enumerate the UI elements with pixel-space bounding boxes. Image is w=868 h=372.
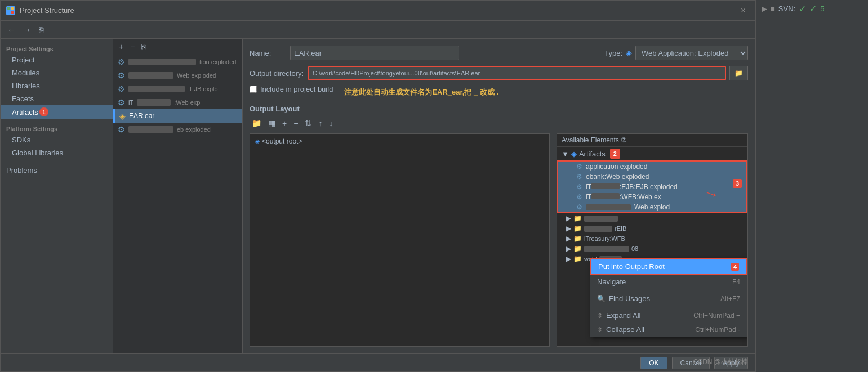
output-dir-row: Output directory: 📁	[250, 66, 748, 80]
badge-3: 3	[733, 179, 742, 188]
svn-check-icon2: ✓	[809, 3, 817, 14]
copy-button[interactable]: ⎘	[37, 24, 46, 35]
include-checkbox[interactable]	[250, 86, 257, 93]
artifact-item-3[interactable]: ⚙ iT :Web exp	[113, 96, 242, 109]
stop-icon: ■	[771, 5, 775, 13]
context-menu-collapse-all[interactable]: ⇕ Collapse All Ctrl+NumPad -	[590, 322, 747, 337]
layout-grid-btn[interactable]: ▦	[266, 118, 278, 129]
back-button[interactable]: ←	[5, 24, 17, 35]
artifact-item-1[interactable]: ⚙ Web exploded	[113, 69, 242, 82]
context-menu-expand-all[interactable]: ⇕ Expand All Ctrl+NumPad +	[590, 308, 747, 322]
artifact-item-2[interactable]: ⚙ .EJB explo	[113, 82, 242, 96]
artifact-icon-5: ⚙	[118, 125, 125, 134]
item-icon-3: ⚙	[576, 193, 582, 201]
folder-icon-1: 📁	[573, 225, 582, 232]
item-icon-2: ⚙	[576, 183, 582, 191]
artifact-icon-0: ⚙	[118, 57, 125, 66]
search-icon: 🔍	[597, 295, 606, 303]
ear-artifact-label: EAR.ear	[129, 112, 154, 120]
available-item-0[interactable]: ⚙ application exploded	[558, 162, 746, 172]
context-menu-navigate[interactable]: Navigate F4	[590, 275, 747, 289]
artifact-copy-button[interactable]: ⎘	[139, 41, 148, 52]
artifact-item-0[interactable]: ⚙ tion exploded	[113, 55, 242, 69]
artifact-icon-2: ⚙	[118, 84, 125, 93]
layout-content: ◈ <output root> Available Elements ② ▼ ◈…	[250, 133, 748, 347]
sidebar-item-global-libraries[interactable]: Global Libraries	[1, 146, 113, 159]
item-icon-4: ⚙	[576, 203, 582, 211]
chevron-icon-4: ▶	[566, 255, 571, 263]
artifacts-badge: 1	[39, 107, 48, 116]
artifact-add-button[interactable]: +	[117, 41, 126, 52]
play-icon: ▶	[762, 5, 767, 13]
other-section-1[interactable]: ▶ 📁 rEIB	[557, 223, 747, 234]
sidebar-item-modules[interactable]: Modules	[1, 66, 113, 79]
type-container: Type: ◈ Web Application: Exploded	[604, 46, 748, 60]
type-icon: ◈	[626, 48, 632, 57]
artifact-remove-button[interactable]: −	[128, 41, 137, 52]
available-item-3[interactable]: ⚙ iT :WFB:Web ex	[558, 192, 746, 202]
folder-icon-4: 📁	[573, 255, 582, 263]
artifacts-section-header[interactable]: ▼ ◈ Artifacts 2	[557, 147, 747, 160]
artifacts-badge-2: 2	[610, 149, 620, 159]
chevron-icon-0: ▶	[566, 214, 571, 222]
layout-add-btn[interactable]: +	[280, 118, 289, 129]
forward-button[interactable]: →	[21, 24, 33, 35]
artifact-section-icon: ◈	[571, 150, 577, 158]
item-icon-1: ⚙	[576, 173, 582, 181]
browse-dir-button[interactable]: 📁	[729, 66, 748, 80]
chevron-icon-3: ▶	[566, 245, 571, 253]
badge-4: 4	[731, 263, 739, 271]
layout-up-btn[interactable]: ↑	[316, 118, 324, 129]
context-menu-put-into-output[interactable]: Put into Output Root 4	[590, 258, 747, 275]
svn-label: SVN:	[778, 5, 795, 13]
sidebar-item-libraries[interactable]: Libraries	[1, 79, 113, 92]
app-icon	[6, 6, 15, 15]
chevron-icon-2: ▶	[566, 235, 571, 243]
available-elements-panel: Available Elements ② ▼ ◈ Artifacts 2 ⚙	[557, 133, 748, 347]
project-settings-section: Project Settings	[1, 43, 113, 53]
artifact-list-panel: + − ⎘ ⚙ tion exploded ⚙ Web exploded ⚙	[113, 39, 243, 353]
sidebar-item-problems[interactable]: Problems	[1, 159, 113, 177]
artifacts-selected-area: ⚙ application exploded ⚙ ebank:Web explo…	[557, 160, 747, 213]
artifact-icon-3: ⚙	[118, 98, 125, 107]
artifact-list-toolbar: + − ⎘	[113, 39, 242, 55]
layout-down-btn[interactable]: ↓	[327, 118, 335, 129]
layout-toolbar: 📁 ▦ + − ⇅ ↑ ↓	[250, 118, 748, 129]
other-section-3[interactable]: ▶ 📁 08	[557, 244, 747, 254]
layout-remove-btn[interactable]: −	[291, 118, 300, 129]
ok-button[interactable]: OK	[640, 357, 667, 369]
svn-check-icon: ✓	[799, 3, 806, 14]
svg-rect-1	[11, 7, 14, 10]
other-section-0[interactable]: ▶ 📁	[557, 213, 747, 223]
context-menu-find-usages[interactable]: 🔍 Find Usages Alt+F7	[590, 292, 747, 306]
include-label: Include in project build	[260, 85, 333, 93]
collapse-all-icon: ⇕	[597, 326, 603, 334]
sidebar-item-facets[interactable]: Facets	[1, 92, 113, 105]
artifact-item-4[interactable]: ◈ EAR.ear	[113, 109, 242, 123]
artifact-item-5[interactable]: ⚙ eb exploded	[113, 123, 242, 136]
include-row: Include in project build 注意此处自动生成文件名为EAR…	[250, 85, 748, 99]
available-item-1[interactable]: ⚙ ebank:Web exploded	[558, 172, 746, 182]
folder-icon-0: 📁	[573, 214, 582, 222]
svg-rect-3	[11, 11, 14, 14]
available-item-4[interactable]: ⚙ Web explod	[558, 202, 746, 212]
folder-icon-2: 📁	[573, 235, 582, 243]
available-item-2[interactable]: ⚙ iT :EJB:EJB exploded	[558, 182, 746, 192]
expand-all-icon: ⇕	[597, 312, 603, 320]
name-type-row: Name: Type: ◈ Web Application: Exploded	[250, 46, 748, 60]
sidebar-item-sdks[interactable]: SDKs	[1, 133, 113, 146]
close-button[interactable]: ×	[737, 5, 749, 17]
sidebar-item-project[interactable]: Project	[1, 53, 113, 66]
type-select[interactable]: Web Application: Exploded	[635, 46, 748, 60]
layout-sort-btn[interactable]: ⇅	[302, 118, 314, 129]
artifact-icon-1: ⚙	[118, 71, 125, 80]
layout-folder-btn[interactable]: 📁	[250, 118, 264, 129]
context-menu-sep2	[590, 307, 747, 307]
output-dir-input[interactable]	[308, 66, 726, 80]
svn-top-bar: ▶ ■ SVN: ✓ ✓ 5	[762, 3, 862, 14]
output-root-item[interactable]: ◈ <output root>	[252, 136, 547, 146]
output-tree: ◈ <output root>	[250, 133, 550, 347]
sidebar-item-artifacts[interactable]: Artifacts 1	[1, 105, 113, 119]
name-input[interactable]	[290, 46, 459, 60]
other-section-2[interactable]: ▶ 📁 iTreasury:WFB	[557, 234, 747, 244]
